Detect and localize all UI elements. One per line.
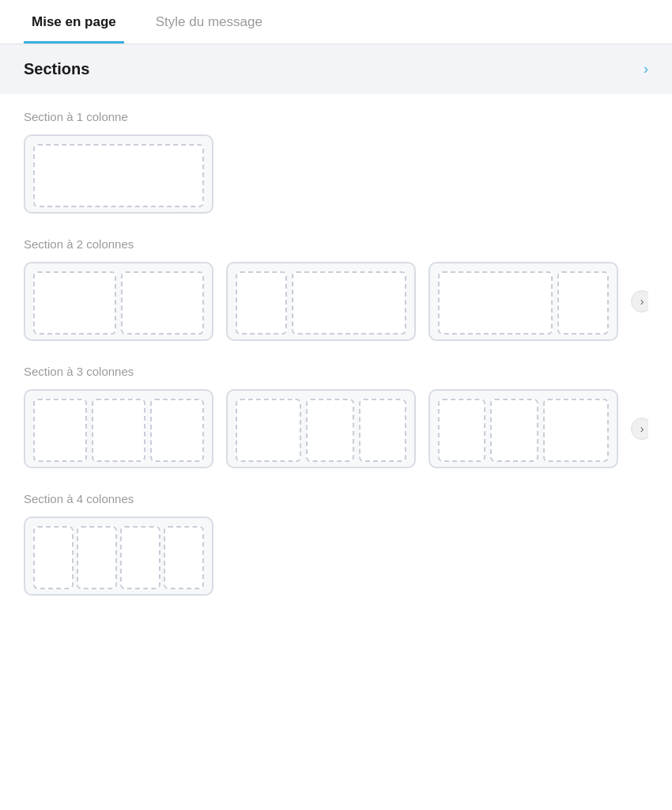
carousel-arrow-3col[interactable]: › — [631, 418, 648, 440]
tabs-bar: Mise en page Style du message — [0, 0, 672, 44]
section-group-4col-label: Section à 4 colonnes — [24, 492, 648, 505]
section-group-2col: Section à 2 colonnes — [24, 237, 648, 341]
layout-card-3col-left-wide[interactable] — [226, 389, 416, 468]
section-options-2col: › — [24, 262, 648, 341]
col-4eq-4 — [164, 526, 204, 589]
layout-card-3col-right-wide[interactable] — [428, 389, 618, 468]
col-3rw-2 — [490, 399, 538, 462]
sections-expand-icon[interactable]: › — [644, 61, 648, 78]
section-group-1col-label: Section à 1 colonne — [24, 110, 648, 123]
cols-row-4equal — [33, 526, 204, 589]
col-2rn-left — [438, 271, 553, 335]
section-group-1col: Section à 1 colonne — [24, 110, 648, 214]
cols-row-3equal — [33, 399, 204, 462]
layout-card-2col-left-narrow[interactable] — [226, 262, 416, 341]
layout-card-1col[interactable] — [24, 134, 213, 214]
carousel-arrow-2col[interactable]: › — [631, 290, 648, 312]
section-group-3col: Section à 3 colonnes — [24, 365, 648, 468]
layout-card-2col-right-narrow[interactable] — [428, 262, 618, 341]
cols-row-3lwide — [236, 399, 406, 462]
col-2ln-left — [236, 271, 287, 335]
col-2eq-right — [121, 271, 204, 335]
cols-row-2equal — [33, 271, 204, 335]
section-options-3col: › — [24, 389, 648, 468]
section-group-3col-label: Section à 3 colonnes — [24, 365, 648, 378]
col-3lw-3 — [359, 399, 406, 462]
col-3eq-3 — [150, 399, 204, 462]
cols-row-3rwide — [438, 399, 609, 462]
col-3eq-1 — [33, 399, 87, 462]
section-options-4col — [24, 517, 648, 596]
col-4eq-2 — [77, 526, 117, 589]
col-3lw-2 — [306, 399, 353, 462]
col-3eq-2 — [92, 399, 145, 462]
col-3rw-3 — [543, 399, 609, 462]
section-group-2col-label: Section à 2 colonnes — [24, 237, 648, 251]
col-4eq-3 — [120, 526, 160, 589]
section-group-4col: Section à 4 colonnes — [24, 492, 648, 596]
col-3lw-1 — [236, 399, 301, 462]
section-options-1col — [24, 134, 648, 214]
sections-header: Sections › — [0, 44, 672, 94]
cols-row-2lnarrow — [236, 271, 406, 335]
col-2rn-right — [557, 271, 609, 335]
col-4eq-1 — [33, 526, 74, 589]
sections-title: Sections — [24, 60, 89, 78]
layout-card-2col-equal[interactable] — [24, 262, 213, 341]
content-area: Section à 1 colonne Section à 2 colonnes — [0, 94, 672, 635]
col-3rw-1 — [438, 399, 485, 462]
col-1col-full — [33, 144, 204, 207]
layout-card-4col-equal[interactable] — [24, 517, 213, 596]
col-2ln-right — [292, 271, 406, 335]
tab-style-du-message[interactable]: Style du message — [148, 0, 270, 44]
tab-mise-en-page[interactable]: Mise en page — [24, 0, 124, 44]
layout-card-3col-equal[interactable] — [24, 389, 213, 468]
col-2eq-left — [33, 271, 116, 335]
cols-row-2rnarrow — [438, 271, 609, 335]
